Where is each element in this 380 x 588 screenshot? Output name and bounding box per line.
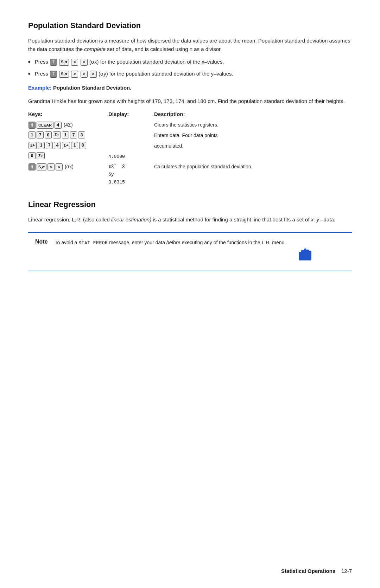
table-row: 0 Σ+ 4.0000	[28, 151, 352, 162]
note-code: STAT ERROR	[78, 240, 108, 246]
section-title: Population Standard Deviation	[28, 21, 352, 30]
key-shift-r5: ⇧	[28, 163, 36, 170]
desc-cell: Calculates the population standard devia…	[151, 162, 352, 187]
key-clear: CLEAR	[37, 122, 53, 129]
desc-cell: accumulated.	[151, 141, 352, 151]
intro-paragraph: Population standard deviation is a measu…	[28, 37, 352, 53]
desc-cell: Enters data. Four data points	[151, 130, 352, 141]
col-header-display: Display:	[106, 110, 151, 120]
lr-intro-paragraph: Linear regression, L.R. (also called lin…	[28, 215, 352, 224]
key-arrow-right-2c: >	[90, 71, 97, 78]
key-arrow-right-1a: >	[71, 59, 78, 66]
bullet-item-1: Press ⇧ S,σ > > (σx) for the population …	[28, 58, 352, 66]
bullet-list: Press ⇧ S,σ > > (σx) for the population …	[28, 58, 352, 78]
key-shift-r1: ⇧	[28, 122, 36, 129]
display-cell	[106, 141, 151, 151]
display-cell	[106, 130, 151, 141]
display-cell: 4.0000	[106, 151, 151, 162]
key-1a: 1	[28, 131, 36, 138]
key-1c: 1	[38, 142, 45, 149]
key-s-sigma-r5: S,σ	[37, 163, 46, 170]
key-0a: 0	[45, 131, 52, 138]
col-header-desc: Description:	[151, 110, 352, 120]
keys-cell: 1 7 0 Σ+ 1 7 3	[28, 130, 106, 141]
key-s-sigma-2: S,σ	[59, 71, 69, 78]
key-4: 4	[55, 122, 62, 129]
keys-cell: Σ+ 1 7 4 Σ+ 1 8	[28, 141, 106, 151]
table-row: ⇧ CLEAR 4 (4Σ) Clears the statistics reg…	[28, 120, 352, 130]
key-arrow-right-2b: >	[81, 71, 88, 78]
table-row: ⇧ S,σ > > (σx) sẋ̈ x̄ δy 3.6315 Calculat…	[28, 162, 352, 187]
example-heading: Example: Population Standard Deviation.	[28, 84, 352, 92]
section-title-lr: Linear Regression	[28, 200, 352, 209]
key-sigma-plus-1: Σ+	[53, 131, 61, 138]
note-header: Note	[35, 239, 48, 245]
key-s-sigma-1: S,σ	[59, 59, 69, 66]
note-box: Note To avoid a STAT ERROR message, ente…	[28, 232, 352, 271]
section-linear-regression: Linear Regression Linear regression, L.R…	[28, 200, 352, 271]
key-sigma-plus-3: Σ+	[62, 142, 70, 149]
key-1d: 1	[71, 142, 78, 149]
keys-cell: 0 Σ+	[28, 151, 106, 162]
footer-page: 12-7	[341, 568, 352, 574]
table-row: Σ+ 1 7 4 Σ+ 1 8 accumulated.	[28, 141, 352, 151]
key-1b: 1	[62, 131, 69, 138]
key-arrow-r5b: >	[56, 163, 63, 170]
key-arrow-right-1b: >	[81, 59, 88, 66]
keys-cell: ⇧ CLEAR 4 (4Σ)	[28, 120, 106, 130]
desc-cell: Clears the statistics registers.	[151, 120, 352, 130]
key-7c: 7	[46, 142, 53, 149]
example-description: Grandma Hinkle has four grown sons with …	[28, 97, 352, 105]
page-footer: Statistical Operations 12-7	[281, 568, 352, 574]
key-arrow-r5a: >	[48, 163, 55, 170]
table-row: 1 7 0 Σ+ 1 7 3 Enters data. Four data po…	[28, 130, 352, 141]
note-body: To avoid a STAT ERROR message, enter you…	[55, 239, 286, 247]
key-shift-2: ⇧	[50, 71, 57, 78]
key-8a: 8	[79, 142, 86, 149]
col-header-keys: Keys:	[28, 110, 106, 120]
keys-cell: ⇧ S,σ > > (σx)	[28, 162, 106, 187]
desc-cell	[151, 151, 352, 162]
key-3a: 3	[78, 131, 85, 138]
display-cell: sẋ̈ x̄ δy 3.6315	[106, 162, 151, 187]
section-population-std-dev: Population Standard Deviation Population…	[28, 21, 352, 187]
key-arrow-right-2a: >	[71, 71, 78, 78]
pointing-hand-svg	[296, 244, 313, 263]
footer-label: Statistical Operations	[281, 568, 335, 574]
key-shift-1: ⇧	[50, 59, 57, 66]
key-sigma-plus-2: Σ+	[28, 142, 37, 149]
key-0b: 0	[28, 152, 36, 159]
display-cell	[106, 120, 151, 130]
key-4a: 4	[54, 142, 61, 149]
bullet-item-2: Press ⇧ S,σ > > > (σy) for the populatio…	[28, 70, 352, 78]
hand-icon	[296, 244, 313, 265]
key-7a: 7	[37, 131, 44, 138]
key-sigma-plus-4: Σ+	[37, 152, 45, 159]
example-table: Keys: Display: Description: ⇧ CLEAR 4 (4…	[28, 110, 352, 187]
key-7b: 7	[70, 131, 77, 138]
svg-rect-5	[309, 251, 311, 257]
